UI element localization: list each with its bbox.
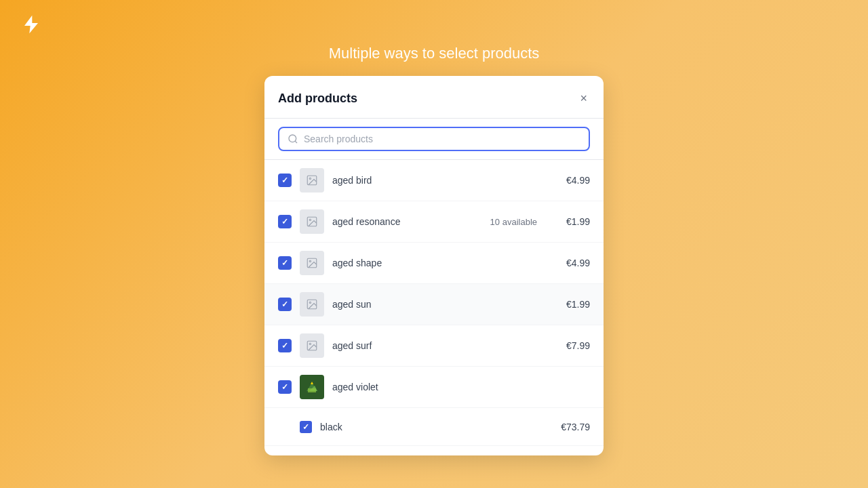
modal-header: Add products × — [264, 76, 604, 119]
product-thumbnail — [300, 375, 324, 399]
product-thumbnail — [300, 251, 324, 275]
checkmark-icon: ✓ — [281, 383, 288, 391]
search-container — [278, 127, 590, 151]
svg-line-1 — [295, 141, 297, 143]
product-availability: 10 available — [490, 217, 537, 227]
page-title: Multiple ways to select products — [0, 45, 868, 62]
product-name: aged bird — [332, 175, 548, 186]
product-name: aged resonance — [332, 216, 482, 227]
add-products-modal: Add products × ✓ aged bird€4.99✓ — [264, 76, 604, 455]
product-price: €4.99 — [556, 175, 590, 186]
products-list: ✓ aged bird€4.99✓ aged resonance10 avail… — [264, 160, 604, 455]
checkmark-icon: ✓ — [281, 176, 288, 184]
product-row[interactable]: ✓ aged bird€4.99 — [264, 160, 604, 201]
image-placeholder-icon — [306, 340, 318, 352]
image-placeholder-icon — [306, 174, 318, 186]
product-price: €7.99 — [556, 340, 590, 351]
product-thumbnail — [300, 168, 324, 192]
product-checkbox[interactable]: ✓ — [278, 215, 292, 228]
checkmark-icon: ✓ — [281, 218, 288, 226]
product-checkbox[interactable]: ✓ — [300, 421, 312, 433]
product-row[interactable]: ✓ aged surf€7.99 — [264, 325, 604, 367]
product-thumbnail — [300, 209, 324, 234]
product-thumbnail — [300, 292, 324, 317]
svg-point-7 — [309, 260, 311, 262]
search-input[interactable] — [304, 134, 580, 144]
product-row[interactable]: ✓blue€73.79 — [264, 446, 604, 455]
product-checkbox[interactable]: ✓ — [278, 174, 292, 187]
product-price: €73.79 — [556, 422, 590, 432]
product-checkbox[interactable]: ✓ — [278, 380, 292, 394]
product-name: aged sun — [332, 299, 548, 310]
product-name: black — [320, 422, 548, 432]
product-checkbox[interactable]: ✓ — [278, 298, 292, 311]
image-placeholder-icon — [306, 298, 318, 310]
checkmark-icon: ✓ — [302, 423, 309, 431]
checkmark-icon: ✓ — [281, 259, 288, 267]
product-checkbox[interactable]: ✓ — [278, 339, 292, 352]
modal-title: Add products — [278, 92, 357, 106]
image-placeholder-icon — [306, 257, 318, 269]
product-thumbnail — [300, 333, 324, 358]
svg-point-11 — [309, 343, 311, 344]
checkmark-icon: ✓ — [281, 342, 288, 350]
search-icon — [288, 134, 298, 144]
checkmark-icon: ✓ — [281, 300, 288, 308]
top-bar — [0, 0, 868, 52]
product-name: aged surf — [332, 340, 548, 351]
search-wrapper — [264, 119, 604, 160]
product-name: aged violet — [332, 382, 590, 392]
svg-point-9 — [309, 302, 311, 303]
product-price: €4.99 — [556, 258, 590, 268]
product-price: €1.99 — [556, 299, 590, 310]
product-row[interactable]: ✓ aged shape€4.99 — [264, 243, 604, 284]
lightning-icon — [20, 14, 42, 38]
product-row[interactable]: ✓ aged violet — [264, 367, 604, 408]
svg-point-5 — [309, 219, 311, 220]
product-price: €1.99 — [556, 216, 590, 227]
product-row[interactable]: ✓black€73.79 — [264, 408, 604, 446]
product-name: aged shape — [332, 258, 548, 268]
svg-point-3 — [309, 178, 311, 179]
svg-point-0 — [289, 135, 296, 142]
product-checkbox[interactable]: ✓ — [278, 256, 292, 270]
close-button[interactable]: × — [577, 89, 590, 107]
product-row[interactable]: ✓ aged sun€1.99 — [264, 284, 604, 325]
product-row[interactable]: ✓ aged resonance10 available€1.99 — [264, 201, 604, 243]
image-placeholder-icon — [306, 216, 318, 228]
svg-rect-13 — [308, 388, 316, 392]
